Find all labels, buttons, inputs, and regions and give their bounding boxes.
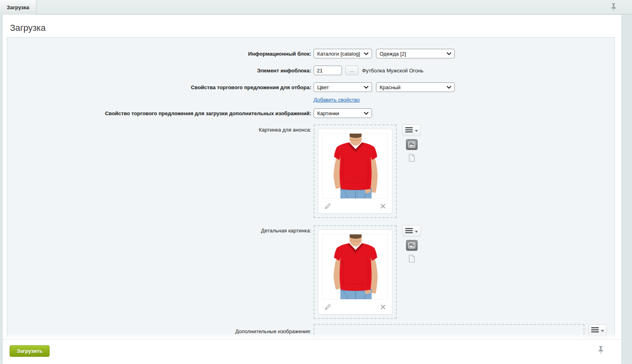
detail-picture-dropzone[interactable] xyxy=(314,225,397,319)
offer-prop-select[interactable]: Цвет xyxy=(314,82,372,92)
detail-picture-menu-button[interactable] xyxy=(402,225,421,237)
iblock-selected: Одежда [2] xyxy=(380,51,444,57)
chevron-down-icon xyxy=(364,52,368,55)
caret-down-icon xyxy=(415,228,418,234)
detail-picture-photo[interactable] xyxy=(322,234,388,300)
edit-pencil-icon[interactable] xyxy=(324,202,332,210)
offer-prop-value-select[interactable]: Красный xyxy=(376,82,455,92)
footer-toolbar: Загрузить xyxy=(3,339,621,364)
row-add-property: Добавить свойство xyxy=(7,97,360,103)
preview-picture-menu-button[interactable] xyxy=(402,124,421,136)
image-view-mode-button[interactable] xyxy=(406,139,418,150)
more-photos-label: Дополнительные изображения: xyxy=(7,324,311,334)
offer-prop-value-selected: Красный xyxy=(380,84,444,90)
caret-down-icon xyxy=(415,127,418,133)
row-images-prop: Свойство торгового предложения для загру… xyxy=(7,108,372,118)
row-infoblock: Информационный блок: Каталоги [catalog] … xyxy=(7,49,455,58)
chevron-down-icon xyxy=(447,52,451,55)
element-label: Элемент инфоблока: xyxy=(7,68,311,74)
row-offer-props: Свойства торгового предложения для отбор… xyxy=(7,82,455,92)
preview-picture-photo[interactable] xyxy=(322,133,388,199)
page-title: Загрузка xyxy=(10,23,46,33)
pin-icon[interactable] xyxy=(610,3,618,13)
hamburger-icon xyxy=(405,228,413,234)
edit-pencil-icon[interactable] xyxy=(324,303,332,311)
image-view-mode-button[interactable] xyxy=(406,240,418,251)
offer-props-label: Свойства торгового предложения для отбор… xyxy=(7,84,311,90)
delete-x-icon[interactable] xyxy=(380,304,386,310)
tab-upload[interactable]: Загрузка xyxy=(0,0,36,14)
element-name-text: Футболка Мужской Огонь xyxy=(362,68,424,74)
file-icon[interactable] xyxy=(408,254,415,263)
preview-picture-card xyxy=(318,129,392,214)
delete-x-icon[interactable] xyxy=(380,203,386,210)
more-photos-menu-button[interactable] xyxy=(588,324,607,336)
chevron-down-icon xyxy=(364,112,368,115)
images-prop-label: Свойство торгового предложения для загру… xyxy=(7,110,311,116)
element-browse-button[interactable]: ... xyxy=(345,66,358,75)
add-property-link[interactable]: Добавить свойство xyxy=(314,97,360,103)
tab-upload-label: Загрузка xyxy=(7,4,29,10)
upload-submit-button[interactable]: Загрузить xyxy=(10,345,50,357)
iblock-type-select[interactable]: Каталоги [catalog] xyxy=(314,49,372,58)
detail-picture-label: Детальная картинка: xyxy=(7,225,311,234)
preview-picture-dropzone[interactable] xyxy=(314,124,397,218)
row-element: Элемент инфоблока: ... Футболка Мужской … xyxy=(7,66,424,75)
element-id-input[interactable] xyxy=(314,66,342,75)
hamburger-icon xyxy=(591,327,599,334)
top-tab-bar: Загрузка xyxy=(0,0,632,14)
images-prop-select[interactable]: Картинки xyxy=(314,108,372,118)
page-content: Загрузка Информационный блок: Каталоги [… xyxy=(3,15,621,364)
preview-picture-label: Картинка для анонса: xyxy=(7,124,311,133)
hamburger-icon xyxy=(405,127,413,134)
upload-form-panel: Информационный блок: Каталоги [catalog] … xyxy=(7,37,615,364)
file-icon[interactable] xyxy=(408,154,415,162)
images-prop-selected: Картинки xyxy=(317,110,361,116)
infoblock-label: Информационный блок: xyxy=(7,51,311,57)
row-detail-picture: Детальная картинка: xyxy=(7,225,421,319)
chevron-down-icon xyxy=(364,86,368,89)
row-preview-picture: Картинка для анонса: xyxy=(7,124,421,218)
pin-icon[interactable] xyxy=(597,346,605,356)
iblock-type-selected: Каталоги [catalog] xyxy=(317,51,361,57)
caret-down-icon xyxy=(601,327,604,333)
iblock-select[interactable]: Одежда [2] xyxy=(376,49,455,58)
offer-prop-selected: Цвет xyxy=(317,84,361,90)
detail-picture-card xyxy=(318,230,392,314)
chevron-down-icon xyxy=(447,86,451,89)
